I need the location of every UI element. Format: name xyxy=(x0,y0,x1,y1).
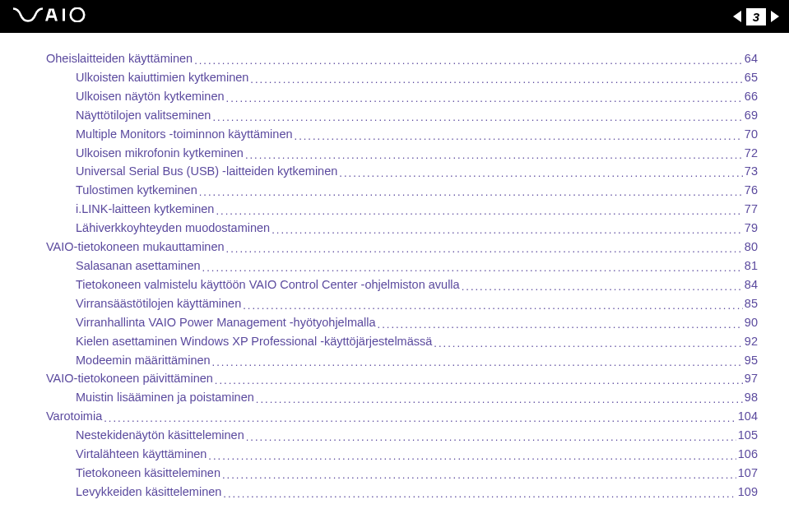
toc-title: Ulkoisten kaiuttimien kytkeminen xyxy=(76,68,248,87)
svg-rect-0 xyxy=(63,9,65,21)
toc-title: Muistin lisääminen ja poistaminen xyxy=(76,388,254,407)
toc-page-number: 105 xyxy=(738,426,758,445)
toc-entry[interactable]: Ulkoisten kaiuttimien kytkeminen65 xyxy=(31,68,758,87)
toc-title: Tietokoneen valmistelu käyttöön VAIO Con… xyxy=(76,275,460,294)
toc-entry[interactable]: Lähiverkkoyhteyden muodostaminen79 xyxy=(31,219,758,238)
toc-title: Levykkeiden käsitteleminen xyxy=(76,483,221,502)
toc-page-number: 64 xyxy=(745,49,758,68)
toc-page-number: 107 xyxy=(738,464,758,483)
toc-entry[interactable]: Modeemin määrittäminen95 xyxy=(31,351,758,370)
toc-leader-dots xyxy=(212,106,742,125)
prev-page-icon[interactable] xyxy=(733,11,741,22)
toc-title: Varotoimia xyxy=(46,407,102,426)
toc-title: Virtalähteen käyttäminen xyxy=(76,445,207,464)
toc-title: Multiple Monitors -toiminnon käyttäminen xyxy=(76,125,293,144)
toc-page-number: 109 xyxy=(738,483,758,502)
toc-entry[interactable]: Muistin lisääminen ja poistaminen98 xyxy=(31,388,758,407)
toc-title: Virransäästötilojen käyttäminen xyxy=(76,294,241,313)
toc-entry[interactable]: Näyttötilojen valitseminen69 xyxy=(31,106,758,125)
toc-page-number: 104 xyxy=(738,407,758,426)
toc-page-number: 90 xyxy=(745,313,758,332)
toc-entry[interactable]: Salasanan asettaminen81 xyxy=(31,257,758,275)
toc-leader-dots xyxy=(434,332,743,351)
toc-page-number: 106 xyxy=(738,445,758,464)
toc-leader-dots xyxy=(250,68,743,87)
toc-page-number: 81 xyxy=(745,257,758,275)
toc-title: VAIO-tietokoneen päivittäminen xyxy=(46,369,213,388)
toc-page-number: 92 xyxy=(745,332,758,351)
toc-leader-dots xyxy=(194,49,743,68)
toc-leader-dots xyxy=(245,144,743,163)
toc-title: Oheislaitteiden käyttäminen xyxy=(46,49,193,68)
toc-entry[interactable]: Ulkoisen mikrofonin kytkeminen72 xyxy=(31,144,758,163)
toc-entry[interactable]: Levykkeiden käsitteleminen109 xyxy=(31,483,758,502)
toc-page-number: 77 xyxy=(745,200,758,219)
page-number: 3 xyxy=(746,8,766,25)
toc-page-number: 79 xyxy=(745,219,758,238)
toc-entry[interactable]: VAIO-tietokoneen mukauttaminen80 xyxy=(31,238,758,257)
toc-entry[interactable]: Virranhallinta VAIO Power Management -hy… xyxy=(31,313,758,332)
toc-title: Tietokoneen käsitteleminen xyxy=(76,464,220,483)
toc-title: Salasanan asettaminen xyxy=(76,257,201,275)
toc-title: Virranhallinta VAIO Power Management -hy… xyxy=(76,313,376,332)
toc-leader-dots xyxy=(256,388,743,407)
toc-entry[interactable]: i.LINK-laitteen kytkeminen77 xyxy=(31,200,758,219)
toc-entry[interactable]: Nestekidenäytön käsitteleminen105 xyxy=(31,426,758,445)
toc-page-number: 85 xyxy=(745,294,758,313)
toc-title: Kielen asettaminen Windows XP Profession… xyxy=(76,332,432,351)
toc-entry[interactable]: Multiple Monitors -toiminnon käyttäminen… xyxy=(31,125,758,144)
toc-title: Tulostimen kytkeminen xyxy=(76,181,197,200)
toc-entry[interactable]: Varotoimia104 xyxy=(31,407,758,426)
toc-title: Ulkoisen näytön kytkeminen xyxy=(76,87,225,106)
toc-leader-dots xyxy=(208,445,736,464)
toc-entry[interactable]: Kielen asettaminen Windows XP Profession… xyxy=(31,332,758,351)
toc-leader-dots xyxy=(339,162,743,181)
toc-entry[interactable]: Virtalähteen käyttäminen106 xyxy=(31,445,758,464)
toc-leader-dots xyxy=(202,257,743,275)
toc-entry[interactable]: Tietokoneen käsitteleminen107 xyxy=(31,464,758,483)
toc-leader-dots xyxy=(246,426,736,445)
toc-leader-dots xyxy=(223,483,736,502)
svg-point-1 xyxy=(71,8,85,22)
toc-entry[interactable]: Oheislaitteiden käyttäminen64 xyxy=(31,49,758,68)
toc-leader-dots xyxy=(272,219,743,238)
toc-title: Ulkoisen mikrofonin kytkeminen xyxy=(76,144,244,163)
toc-title: Modeemin määrittäminen xyxy=(76,351,211,370)
toc-leader-dots xyxy=(462,275,743,294)
toc-page-number: 95 xyxy=(745,351,758,370)
toc-page-number: 84 xyxy=(745,275,758,294)
toc-leader-dots xyxy=(215,369,743,388)
toc-page-number: 69 xyxy=(745,106,758,125)
toc-leader-dots xyxy=(212,351,743,370)
toc-title: Nestekidenäytön käsitteleminen xyxy=(76,426,244,445)
toc-entry[interactable]: Tietokoneen valmistelu käyttöön VAIO Con… xyxy=(31,275,758,294)
toc-page-number: 65 xyxy=(745,68,758,87)
toc-page-number: 76 xyxy=(745,181,758,200)
toc-page-number: 97 xyxy=(745,369,758,388)
page-navigation: 3 xyxy=(733,8,779,25)
toc-leader-dots xyxy=(378,313,743,332)
next-page-icon[interactable] xyxy=(771,11,779,22)
toc-leader-dots xyxy=(226,87,743,106)
toc-leader-dots xyxy=(216,200,742,219)
toc-leader-dots xyxy=(222,464,736,483)
toc-title: Näyttötilojen valitseminen xyxy=(76,106,211,125)
toc-leader-dots xyxy=(104,407,736,426)
toc-entry[interactable]: Ulkoisen näytön kytkeminen66 xyxy=(31,87,758,106)
toc-entry[interactable]: Virransäästötilojen käyttäminen85 xyxy=(31,294,758,313)
toc-entry[interactable]: Tulostimen kytkeminen76 xyxy=(31,181,758,200)
toc-entry[interactable]: Universal Serial Bus (USB) -laitteiden k… xyxy=(31,162,758,181)
toc-page-number: 72 xyxy=(745,144,758,163)
toc-page-number: 80 xyxy=(745,238,758,257)
toc-leader-dots xyxy=(199,181,743,200)
toc-title: Universal Serial Bus (USB) -laitteiden k… xyxy=(76,162,337,181)
toc-page-number: 66 xyxy=(745,87,758,106)
toc-title: VAIO-tietokoneen mukauttaminen xyxy=(46,238,225,257)
toc-entry[interactable]: VAIO-tietokoneen päivittäminen97 xyxy=(31,369,758,388)
vaio-logo xyxy=(13,6,100,27)
toc-leader-dots xyxy=(295,125,743,144)
toc-page-number: 98 xyxy=(745,388,758,407)
toc-page-number: 70 xyxy=(745,125,758,144)
table-of-contents: Oheislaitteiden käyttäminen64Ulkoisten k… xyxy=(0,33,789,502)
toc-page-number: 73 xyxy=(745,162,758,181)
